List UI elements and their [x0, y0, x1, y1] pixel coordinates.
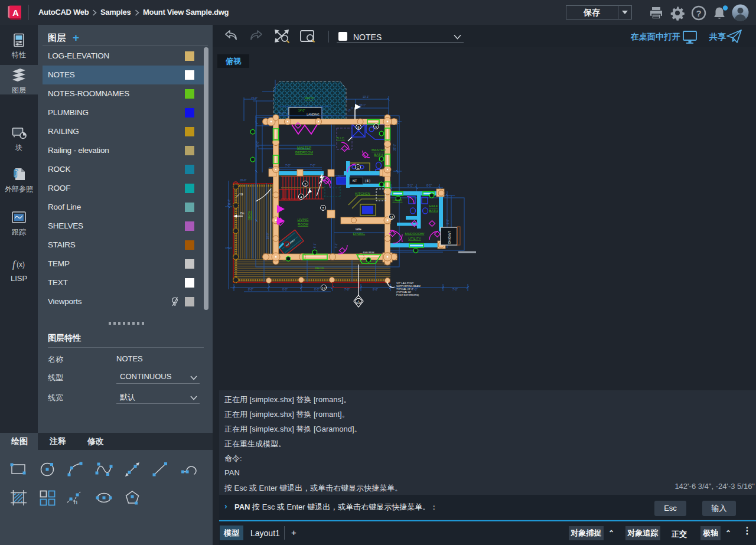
svg-text:MASTER: MASTER	[372, 148, 386, 152]
svg-text:ROOM: ROOM	[298, 223, 308, 226]
svg-text:DINING: DINING	[353, 232, 366, 236]
svg-text:LANDING: LANDING	[448, 231, 451, 244]
svg-text:( B ): ( B )	[365, 180, 370, 182]
svg-text:HALF: HALF	[429, 204, 438, 208]
svg-text:30'-1": 30'-1"	[359, 104, 366, 107]
svg-text:B.I.C.: B.I.C.	[337, 136, 346, 140]
svg-text:PATIO: PATIO	[305, 96, 315, 100]
svg-text:6'-0": 6'-0"	[282, 288, 288, 291]
svg-text:LAUN.: LAUN.	[392, 198, 402, 202]
svg-text:3'-1": 3'-1"	[335, 243, 338, 248]
svg-text:11'-6": 11'-6"	[228, 198, 231, 205]
svg-text:6'-1": 6'-1"	[426, 184, 432, 187]
svg-text:7'-0": 7'-0"	[310, 164, 315, 167]
svg-text:KIT: KIT	[353, 180, 357, 182]
svg-text:25'-3": 25'-3"	[393, 143, 396, 151]
svg-text:11: 11	[390, 216, 394, 219]
svg-text:A: A	[357, 300, 360, 303]
svg-text:7'-8": 7'-8"	[344, 288, 350, 291]
svg-text:f: f	[12, 259, 17, 270]
svg-text:16'-0": 16'-0"	[266, 232, 269, 239]
svg-text:table: table	[356, 228, 361, 231]
svg-text:DECK: DECK	[247, 211, 251, 220]
svg-text:15'-0": 15'-0"	[251, 97, 258, 100]
svg-text:4040 WDW: 4040 WDW	[363, 252, 374, 254]
svg-text:8'-0": 8'-0"	[248, 288, 253, 291]
svg-text:BEDROOM: BEDROOM	[295, 151, 313, 154]
svg-text:\9: \9	[240, 192, 243, 196]
svg-text:23'-0": 23'-0"	[347, 106, 354, 113]
svg-text:8'-0": 8'-0"	[373, 288, 378, 291]
svg-text:MUDROOM/: MUDROOM/	[405, 232, 425, 236]
svg-text:7'-0": 7'-0"	[285, 164, 291, 167]
svg-text:BATH: BATH	[429, 209, 438, 213]
svg-text:C: C	[357, 166, 360, 169]
svg-text:UTILITY: UTILITY	[408, 237, 421, 240]
svg-text:9'-10": 9'-10"	[279, 112, 286, 115]
svg-text:POST EXTERIORS): POST EXTERIORS)	[396, 293, 419, 296]
svg-text:MASTER: MASTER	[297, 146, 311, 149]
svg-text:14'-0": 14'-0"	[298, 109, 305, 112]
svg-text:7'-0": 7'-0"	[452, 288, 458, 291]
svg-text:BATH: BATH	[374, 153, 383, 156]
svg-text:A: A	[12, 8, 19, 18]
svg-text:?: ?	[696, 8, 701, 18]
svg-text:7'-0": 7'-0"	[412, 288, 418, 291]
svg-text:18'-0": 18'-0"	[240, 179, 247, 182]
svg-text:10'-1": 10'-1"	[363, 96, 370, 99]
svg-text:14'-6": 14'-6"	[256, 141, 259, 148]
svg-text:KITCHEN: KITCHEN	[355, 192, 370, 195]
svg-text:DECK: DECK	[315, 266, 324, 270]
svg-text:5'-0": 5'-0"	[314, 243, 317, 248]
svg-text:(x): (x)	[17, 260, 25, 269]
svg-text:n: n	[74, 498, 77, 505]
svg-text:9'-0": 9'-0"	[447, 219, 449, 224]
svg-text:Dn: Dn	[240, 211, 245, 215]
svg-text:5'-1": 5'-1"	[408, 184, 413, 187]
svg-text:6'-0": 6'-0"	[314, 288, 320, 291]
svg-text:LIVING: LIVING	[297, 218, 308, 221]
svg-text:12: 12	[322, 286, 326, 290]
